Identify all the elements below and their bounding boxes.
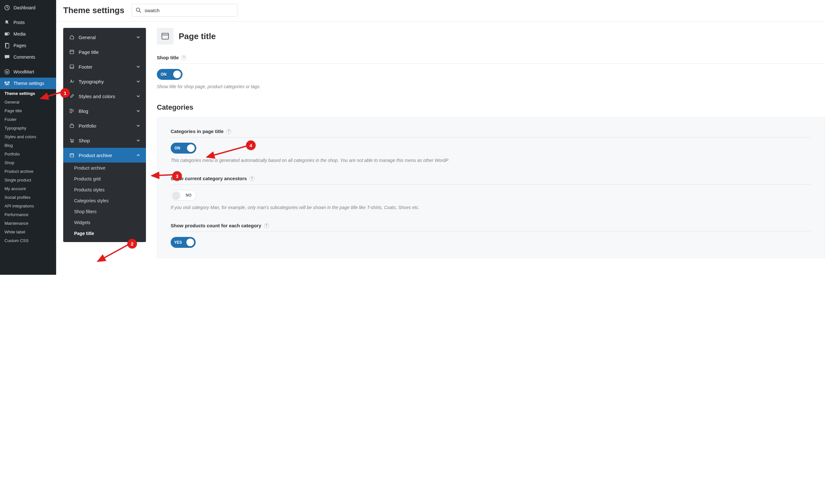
sidebar-label: Pages	[13, 43, 26, 48]
settings-content: Page title Shop title ? ON Show title fo…	[146, 28, 825, 275]
cart-icon	[69, 138, 75, 143]
sidebar-sub-social-profiles[interactable]: Social profiles	[4, 193, 56, 202]
sidebar-sub-footer[interactable]: Footer	[4, 115, 56, 124]
nav-styles-colors[interactable]: Styles and colors	[63, 89, 146, 103]
nav-footer[interactable]: Footer	[63, 59, 146, 74]
comment-icon	[4, 54, 10, 60]
nav-sub-page-title[interactable]: Page title	[63, 228, 146, 239]
media-icon	[4, 31, 10, 37]
sidebar-sub-styles-colors[interactable]: Styles and colors	[4, 133, 56, 141]
sidebar-item-comments[interactable]: Comments	[0, 51, 56, 63]
svg-point-6	[5, 82, 6, 83]
sidebar-item-pages[interactable]: Pages	[0, 40, 56, 51]
chevron-down-icon	[136, 109, 140, 113]
brush-icon	[69, 93, 75, 99]
sidebar-label: Media	[13, 31, 26, 36]
field-products-count: Show products count for each category ? …	[171, 221, 811, 251]
sidebar-sub-my-account[interactable]: My account	[4, 184, 56, 193]
toggle-knob	[186, 239, 194, 246]
nav-product-archive[interactable]: Product archive	[63, 148, 146, 163]
annotation-marker-1: 1	[60, 88, 70, 98]
search-icon	[136, 7, 141, 13]
nav-general[interactable]: General	[63, 30, 146, 45]
sidebar-sub-portfolio[interactable]: Portfolio	[4, 150, 56, 158]
nav-sub-item[interactable]: Product archive	[63, 163, 146, 173]
sidebar-submenu: Theme settings General Page title Footer…	[0, 89, 56, 245]
field-label-text: Shop title	[157, 55, 179, 60]
nav-label: Page title	[79, 50, 99, 55]
categories-panel: Categories in page title ? ON This categ…	[157, 117, 825, 258]
nav-typography[interactable]: Typography	[63, 74, 146, 89]
field-label-text: Categories in page title	[171, 129, 224, 134]
nav-label: Typography	[79, 79, 103, 84]
nav-sub-item[interactable]: Products styles	[63, 184, 146, 195]
search-input[interactable]	[145, 8, 233, 13]
sidebar-sub-performance[interactable]: Performance	[4, 210, 56, 219]
chevron-down-icon	[136, 139, 140, 142]
nav-blog[interactable]: Blog	[63, 103, 146, 118]
archive-icon	[69, 152, 75, 158]
nav-sub-item[interactable]: Shop filters	[63, 206, 146, 217]
nav-sub-item[interactable]: Categories styles	[63, 195, 146, 206]
sidebar-label: Theme settings	[13, 81, 44, 86]
nav-sub-item[interactable]: Products grid	[63, 173, 146, 184]
sidebar-sub-theme-settings[interactable]: Theme settings	[4, 89, 56, 98]
sidebar-sub-page-title[interactable]: Page title	[4, 106, 56, 115]
categories-heading: Categories	[157, 103, 825, 111]
chevron-down-icon	[136, 65, 140, 69]
help-icon[interactable]: ?	[249, 176, 255, 181]
nav-label: Product archive	[79, 153, 112, 158]
chevron-up-icon	[136, 153, 140, 157]
svg-point-8	[8, 82, 10, 83]
sidebar-sub-api-integrations[interactable]: API integrations	[4, 202, 56, 210]
svg-point-14	[71, 142, 72, 142]
section-header: Page title	[157, 28, 825, 45]
sidebar-item-dashboard[interactable]: Dashboard	[0, 2, 56, 13]
sidebar-sub-white-label[interactable]: White label	[4, 228, 56, 236]
toggle-categories-in-title[interactable]: ON	[171, 143, 196, 154]
svg-rect-4	[6, 44, 9, 48]
sidebar-sub-product-archive[interactable]: Product archive	[4, 167, 56, 176]
chevron-down-icon	[136, 124, 140, 128]
search-box[interactable]	[132, 4, 237, 17]
sidebar-sub-custom-css[interactable]: Custom CSS	[4, 236, 56, 245]
toggle-label: ON	[161, 72, 166, 77]
help-icon[interactable]: ?	[264, 223, 269, 228]
chevron-down-icon	[136, 80, 140, 83]
sidebar-item-theme-settings[interactable]: Theme settings	[0, 78, 56, 89]
help-icon[interactable]: ?	[226, 129, 231, 134]
sidebar-sub-general[interactable]: General	[4, 98, 56, 106]
settings-nav: General Page title Footer Typography Sty…	[63, 28, 146, 242]
sidebar-item-posts[interactable]: Posts	[0, 17, 56, 28]
sidebar-sub-typography[interactable]: Typography	[4, 124, 56, 133]
pages-icon	[4, 42, 10, 49]
nav-shop[interactable]: Shop	[63, 133, 146, 148]
field-label-text: Show current category ancestors	[171, 176, 247, 181]
svg-rect-17	[162, 33, 169, 39]
sidebar-item-media[interactable]: Media	[0, 28, 56, 40]
sidebar-sub-single-product[interactable]: Single product	[4, 176, 56, 184]
page-title: Theme settings	[63, 5, 125, 15]
nav-label: General	[79, 34, 95, 40]
nav-portfolio[interactable]: Portfolio	[63, 118, 146, 133]
chevron-down-icon	[136, 35, 140, 39]
home-icon	[69, 34, 75, 40]
svg-rect-11	[70, 65, 73, 68]
sidebar-sub-shop[interactable]: Shop	[4, 158, 56, 167]
sidebar-sub-maintenance[interactable]: Maintenance	[4, 219, 56, 228]
help-icon[interactable]: ?	[181, 55, 186, 60]
sidebar-label: Comments	[13, 55, 35, 60]
toggle-shop-title[interactable]: ON	[157, 69, 182, 80]
toggle-ancestors[interactable]: NO	[171, 190, 196, 201]
pin-icon	[4, 19, 10, 26]
toggle-products-count[interactable]: YES	[171, 237, 196, 248]
field-categories-in-title: Categories in page title ? ON This categ…	[171, 127, 811, 174]
typography-icon	[69, 79, 75, 84]
sidebar-item-woodmart[interactable]: WoodMart	[0, 66, 56, 78]
woodmart-icon	[4, 69, 10, 75]
nav-sub-item[interactable]: Widgets	[63, 217, 146, 228]
toggle-label: YES	[174, 240, 182, 245]
nav-page-title[interactable]: Page title	[63, 45, 146, 59]
section-title: Page title	[179, 31, 216, 41]
sidebar-sub-blog[interactable]: Blog	[4, 141, 56, 150]
